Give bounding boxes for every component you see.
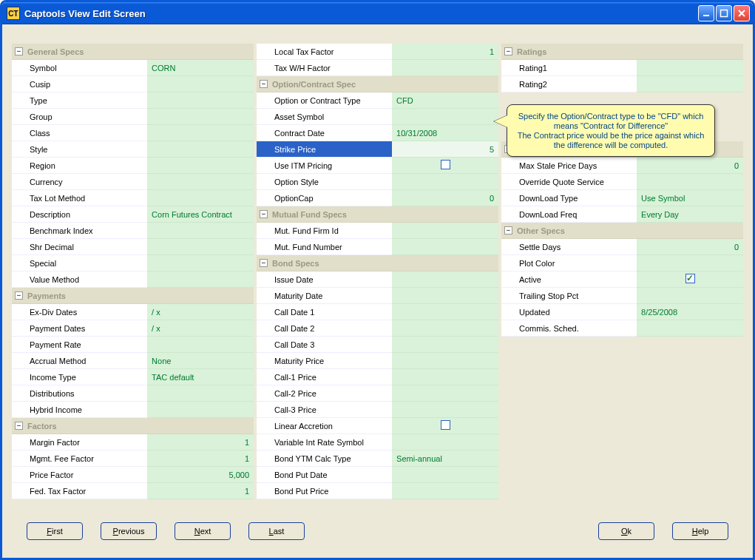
field-cusip[interactable]: Cusip [12,76,147,92]
field-symbol[interactable]: Symbol [12,60,147,76]
field-maturity[interactable]: Maturity Date [257,288,392,304]
field-special[interactable]: Special [12,255,147,271]
value-rating2[interactable] [637,76,743,92]
value-accrual[interactable]: None [147,353,254,369]
group-ratings[interactable]: −Ratings [501,44,743,60]
field-useitm[interactable]: Use ITM Pricing [257,158,392,174]
value-valuemethod[interactable] [147,271,254,288]
group-mutualfund[interactable]: −Mutual Fund Specs [257,206,498,223]
field-pricefactor[interactable]: Price Factor [12,467,147,483]
checkbox-active[interactable] [685,274,695,283]
field-benchmark[interactable]: Benchmark Index [12,223,147,239]
value-assetsymbol[interactable] [392,109,498,125]
field-plotcolor[interactable]: Plot Color [501,255,637,271]
collapse-icon[interactable]: − [504,226,512,235]
field-putd[interactable]: Bond Put Date [257,467,392,483]
value-localtaxfactor[interactable]: 1 [392,44,498,60]
ok-button[interactable]: Ok [598,522,654,540]
value-paymentrate[interactable] [147,337,254,353]
collapse-icon[interactable]: − [15,422,23,430]
titlebar[interactable]: CT Captools View Edit Screen [2,2,753,24]
field-tstop[interactable]: Trailing Stop Pct [501,288,637,304]
field-region[interactable]: Region [12,158,147,174]
field-shrdecimal[interactable]: Shr Decimal [12,239,147,255]
group-general-specs[interactable]: −General Specs [12,44,254,60]
value-shrdecimal[interactable] [147,239,254,255]
value-paymentdates[interactable]: / x [147,320,254,337]
previous-button[interactable]: Previous [101,522,157,540]
group-payments[interactable]: −Payments [12,288,254,304]
field-contractdate[interactable]: Contract Date [257,125,392,141]
field-issue[interactable]: Issue Date [257,271,392,288]
minimize-button[interactable] [698,5,714,21]
value-style[interactable] [147,141,254,158]
value-dlfreq[interactable]: Every Day [637,206,743,223]
field-mprice[interactable]: Maturity Price [257,353,392,369]
field-accrual[interactable]: Accrual Method [12,353,147,369]
field-exdiv[interactable]: Ex-Div Dates [12,304,147,320]
field-hybrid[interactable]: Hybrid Income [12,402,147,418]
value-cd1[interactable] [392,304,498,320]
field-style[interactable]: Style [12,141,147,158]
collapse-icon[interactable]: − [15,291,23,300]
value-mfnumber[interactable] [392,239,498,255]
value-cd3[interactable] [392,337,498,353]
value-override[interactable] [637,174,743,190]
value-putd[interactable] [392,467,498,483]
close-button[interactable] [734,5,750,21]
field-taxwhfactor[interactable]: Tax W/H Factor [257,60,392,76]
value-fedtaxfactor[interactable]: 1 [147,483,254,499]
value-dltype[interactable]: Use Symbol [637,190,743,206]
field-mffirm[interactable]: Mut. Fund Firm Id [257,223,392,239]
field-rating1[interactable]: Rating1 [501,60,637,76]
field-optioncap[interactable]: OptionCap [257,190,392,206]
value-updated[interactable]: 8/25/2008 [637,304,743,320]
value-mffirm[interactable] [392,223,498,239]
value-useitm[interactable] [392,158,498,174]
group-other[interactable]: −Other Specs [501,223,743,239]
field-type[interactable]: Type [12,92,147,109]
next-button[interactable]: Next [175,522,231,540]
value-commis[interactable] [637,320,743,337]
field-commis[interactable]: Commis. Sched. [501,320,637,337]
last-button[interactable]: Last [248,522,305,540]
value-tstop[interactable] [637,288,743,304]
value-c3p[interactable] [392,402,498,418]
field-marginfactor[interactable]: Margin Factor [12,434,147,451]
value-contracttype[interactable]: CFD [392,92,498,109]
field-cd2[interactable]: Call Date 2 [257,320,392,337]
value-region[interactable] [147,158,254,174]
field-paymentrate[interactable]: Payment Rate [12,337,147,353]
value-active[interactable] [637,271,743,288]
value-benchmark[interactable] [147,223,254,239]
value-strikeprice[interactable]: 5 [392,141,498,158]
collapse-icon[interactable]: − [260,210,268,218]
field-valuemethod[interactable]: Value Method [12,271,147,288]
group-option-contract[interactable]: −Option/Contract Spec [257,76,498,92]
field-mgmtfactor[interactable]: Mgmt. Fee Factor [12,451,147,467]
field-override[interactable]: Override Quote Service [501,174,637,190]
checkbox-linacc[interactable] [441,420,450,430]
field-settle[interactable]: Settle Days [501,239,637,255]
value-taxwhfactor[interactable] [392,60,498,76]
field-virs[interactable]: Variable Int Rate Symbol [257,434,392,451]
value-optionstyle[interactable] [392,174,498,190]
field-distributions[interactable]: Distributions [12,385,147,402]
value-distributions[interactable] [147,385,254,402]
value-issue[interactable] [392,271,498,288]
value-currency[interactable] [147,174,254,190]
value-plotcolor[interactable] [637,255,743,271]
value-cd2[interactable] [392,320,498,337]
value-mprice[interactable] [392,353,498,369]
field-optionstyle[interactable]: Option Style [257,174,392,190]
value-maturity[interactable] [392,288,498,304]
value-c1p[interactable] [392,369,498,385]
field-c2p[interactable]: Call-2 Price [257,385,392,402]
value-exdiv[interactable]: / x [147,304,254,320]
first-button[interactable]: First [27,522,83,540]
field-assetsymbol[interactable]: Asset Symbol [257,109,392,125]
value-hybrid[interactable] [147,402,254,418]
value-optioncap[interactable]: 0 [392,190,498,206]
field-putp[interactable]: Bond Put Price [257,483,392,499]
field-cd3[interactable]: Call Date 3 [257,337,392,353]
